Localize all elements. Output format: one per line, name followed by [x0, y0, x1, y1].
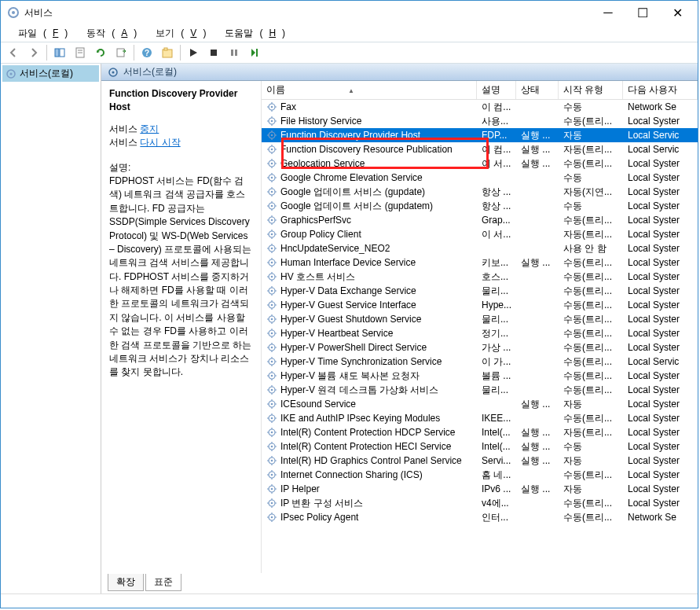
menu-action[interactable]: 동작(A) [74, 25, 143, 42]
gear-icon [266, 172, 277, 183]
svg-point-117 [271, 333, 273, 335]
service-name: Hyper-V Time Synchronization Service [280, 356, 442, 367]
maximize-button[interactable]: ☐ [625, 2, 660, 24]
service-desc: 물리... [477, 313, 516, 326]
gear-icon [266, 144, 277, 155]
service-row[interactable]: Hyper-V Time Synchronization Service이 가.… [262, 355, 698, 369]
stop-service-button[interactable] [204, 43, 223, 62]
column-name[interactable]: 이름▲ [262, 81, 477, 99]
svg-point-141 [271, 389, 273, 391]
column-desc[interactable]: 설명 [477, 81, 516, 99]
gear-icon [266, 257, 277, 268]
service-row[interactable]: IKE and AuthIP IPsec Keying ModulesIKEE.… [262, 411, 698, 425]
refresh-button[interactable] [91, 43, 110, 62]
service-row[interactable]: Google 업데이트 서비스 (gupdate)항상 ...자동(지연...L… [262, 185, 698, 199]
toolbar: ? [1, 42, 698, 64]
service-row[interactable]: Hyper-V 볼륨 섀도 복사본 요청자볼륨 ...수동(트리...Local… [262, 369, 698, 383]
gear-icon [266, 271, 277, 282]
service-row[interactable]: HV 호스트 서비스호스...수동(트리...Local Syster [262, 270, 698, 284]
service-row[interactable]: Function Discovery Resource Publication이… [262, 142, 698, 156]
service-start: 자동(트리... [559, 426, 623, 439]
service-desc: 물리... [477, 384, 516, 397]
service-logon: Local Syster [623, 200, 698, 211]
service-row[interactable]: Hyper-V Data Exchange Service물리...수동(트리.… [262, 284, 698, 298]
help-button[interactable]: ? [137, 43, 156, 62]
restart-service-link[interactable]: 다시 시작 [140, 137, 180, 148]
service-row[interactable]: Function Discovery Provider HostFDP...실행… [262, 128, 698, 142]
show-tree-button[interactable] [50, 43, 69, 62]
properties-button[interactable] [71, 43, 90, 62]
export-button[interactable] [112, 43, 130, 62]
tab-extended[interactable]: 확장 [108, 574, 144, 591]
service-row[interactable]: Group Policy Client이 서...자동(트리...Local S… [262, 227, 698, 241]
service-row[interactable]: Hyper-V Guest Shutdown Service물리...수동(트리… [262, 312, 698, 326]
svg-point-57 [271, 191, 273, 193]
service-row[interactable]: Intel(R) Content Protection HDCP Service… [262, 425, 698, 439]
stop-service-link[interactable]: 중지 [140, 123, 159, 134]
pause-service-button[interactable] [225, 43, 244, 62]
service-name: File History Service [280, 116, 361, 127]
svg-rect-3 [60, 49, 64, 57]
service-logon: Local Syster [623, 271, 698, 282]
forward-button[interactable] [24, 43, 43, 62]
back-button[interactable] [4, 43, 23, 62]
svg-point-105 [271, 304, 273, 307]
service-row[interactable]: Intel(R) Content Protection HECI Service… [262, 439, 698, 454]
service-row[interactable]: HncUpdateService_NEO2사용 안 함Local Syster [262, 241, 698, 255]
service-name: Google 업데이트 서비스 (gupdate) [280, 186, 425, 199]
menu-help[interactable]: 도움말(H) [212, 25, 291, 42]
service-row[interactable]: Intel(R) HD Graphics Control Panel Servi… [262, 454, 698, 468]
column-start[interactable]: 시작 유형 [559, 81, 623, 99]
close-button[interactable]: ✕ [660, 2, 695, 24]
service-name: Group Policy Client [280, 229, 361, 240]
service-state: 실행 ... [516, 256, 559, 270]
service-row[interactable]: Human Interface Device Service키보...실행 ..… [262, 255, 698, 270]
properties-icon-button[interactable] [158, 43, 177, 62]
service-logon: Local Syster [623, 299, 698, 311]
service-row[interactable]: Google 업데이트 서비스 (gupdatem)항상 ...수동Local … [262, 199, 698, 213]
service-row[interactable]: Hyper-V Heartbeat Service정기...수동(트리...Lo… [262, 326, 698, 340]
service-row[interactable]: IP HelperIPv6 ...실행 ...자동Local Syster [262, 482, 698, 496]
tree-root-item[interactable]: 서비스(로컬) [2, 65, 99, 82]
service-row[interactable]: Hyper-V PowerShell Direct Service가상 ...수… [262, 340, 698, 355]
service-row[interactable]: IP 변환 구성 서비스v4에...수동(트리...Local Syster [262, 496, 698, 510]
start-service-button[interactable] [184, 43, 203, 62]
svg-point-183 [271, 488, 273, 491]
svg-point-147 [271, 403, 273, 406]
service-start: 수동 [559, 200, 623, 213]
service-desc: 이 서... [477, 228, 516, 241]
svg-point-171 [271, 460, 273, 462]
gear-icon [266, 285, 277, 296]
svg-point-135 [271, 375, 273, 377]
service-row[interactable]: Hyper-V 원격 데스크톱 가상화 서비스물리...수동(트리...Loca… [262, 383, 698, 397]
restart-service-button[interactable] [245, 43, 264, 62]
service-desc: 홈 네... [477, 469, 516, 482]
service-row[interactable]: Hyper-V Guest Service InterfaceHype...수동… [262, 298, 698, 312]
service-start: 수동(트리... [559, 299, 623, 312]
gear-icon [266, 498, 277, 509]
svg-point-99 [271, 290, 273, 292]
menu-view[interactable]: 보기(V) [143, 25, 212, 42]
service-logon: Local Syster [623, 172, 698, 183]
service-row[interactable]: ICEsound Service실행 ...자동Local Syster [262, 397, 698, 411]
service-row[interactable]: File History Service사용...수동(트리...Local S… [262, 114, 698, 128]
service-row[interactable]: GraphicsPerfSvcGrap...수동(트리...Local Syst… [262, 213, 698, 227]
service-row[interactable]: IPsec Policy Agent인터...수동(트리...Network S… [262, 510, 698, 524]
svg-point-81 [271, 248, 273, 250]
column-logon[interactable]: 다음 사용자 [623, 81, 698, 99]
service-row[interactable]: Geolocation Service이 서...실행 ...수동(트리...L… [262, 156, 698, 171]
menu-file[interactable]: 파일(F) [5, 25, 74, 42]
service-desc: Intel(... [477, 441, 516, 452]
service-desc: 물리... [477, 285, 516, 298]
service-row[interactable]: Google Chrome Elevation Service수동Local S… [262, 171, 698, 185]
selected-service-name: Function Discovery Provider Host [109, 87, 253, 115]
column-state[interactable]: 상태 [516, 81, 559, 99]
tab-standard[interactable]: 표준 [145, 574, 181, 591]
minimize-button[interactable]: ─ [591, 2, 625, 24]
service-logon: Local Syster [623, 483, 698, 494]
service-logon: Local Servic [623, 130, 698, 141]
service-row[interactable]: Internet Connection Sharing (ICS)홈 네...수… [262, 468, 698, 482]
service-row[interactable]: Fax이 컴...수동Network Se [262, 100, 698, 114]
service-start: 수동(트리... [559, 369, 623, 383]
service-name: HncUpdateService_NEO2 [280, 243, 390, 254]
